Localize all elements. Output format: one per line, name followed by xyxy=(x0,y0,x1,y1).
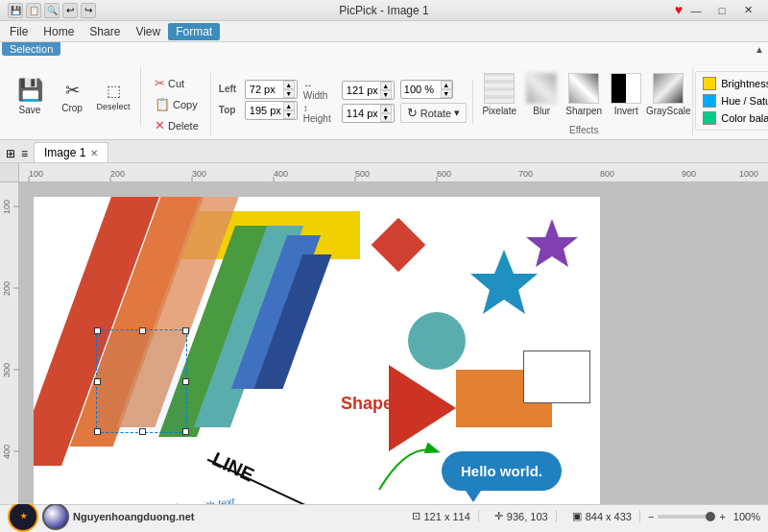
scale-down[interactable]: ▼ xyxy=(441,89,452,98)
save-icon: 💾 xyxy=(17,78,43,103)
save-button[interactable]: 💾 Save xyxy=(8,69,52,125)
copy-icon: 📋 xyxy=(155,97,170,111)
left-down[interactable]: ▼ xyxy=(283,89,295,98)
height-value[interactable] xyxy=(347,108,380,119)
sel-handle-tm[interactable] xyxy=(139,327,146,334)
hue-swatch xyxy=(703,94,716,108)
list-view-icon[interactable]: ≡ xyxy=(19,145,30,162)
close-button[interactable]: ✕ xyxy=(735,2,760,19)
cut-icon: ✂ xyxy=(155,76,165,90)
scale-input[interactable]: ▲ ▼ xyxy=(400,80,453,99)
top-input[interactable]: ▲ ▼ xyxy=(245,101,298,120)
deselect-button[interactable]: ⬚ Deselect xyxy=(92,69,134,125)
brightness-button[interactable]: Brightness / Contrast xyxy=(700,76,768,91)
ruler-row: 100 200 300 400 500 600 700 800 900 1000 xyxy=(0,163,768,182)
maximize-button[interactable]: □ xyxy=(709,2,734,19)
sel-handle-br[interactable] xyxy=(182,428,189,435)
sel-handle-bl[interactable] xyxy=(94,428,101,435)
crop-icon: ✂ xyxy=(65,80,80,101)
rotate-dropdown-icon: ▾ xyxy=(454,107,460,119)
grid-view-icon[interactable]: ⊞ xyxy=(4,145,17,162)
sel-handle-tl[interactable] xyxy=(94,327,101,334)
logo-ball xyxy=(42,503,69,530)
sel-handle-bm[interactable] xyxy=(139,428,146,435)
white-rect-outline xyxy=(523,351,590,403)
left-value[interactable] xyxy=(250,84,283,95)
canvas-wrapper: 100 200 300 400 500 600 700 800 900 1000 xyxy=(0,163,768,504)
menu-home[interactable]: Home xyxy=(36,23,82,40)
width-spinner[interactable]: ▲ ▼ xyxy=(380,82,392,99)
copy-quick-icon[interactable]: 📋 xyxy=(26,3,41,18)
tab-image1[interactable]: Image 1 ✕ xyxy=(34,142,108,162)
ribbon-collapse-button[interactable]: ▲ xyxy=(755,44,764,55)
height-spinner[interactable]: ▲ ▼ xyxy=(380,105,392,122)
left-input[interactable]: ▲ ▼ xyxy=(245,80,298,99)
redo-icon[interactable]: ↪ xyxy=(81,3,96,18)
hue-button[interactable]: Hue / Saturation xyxy=(700,93,768,109)
sel-handle-ml[interactable] xyxy=(94,378,101,385)
width-up[interactable]: ▲ xyxy=(380,82,392,90)
scale-spinner[interactable]: ▲ ▼ xyxy=(441,81,452,98)
blur-button[interactable]: Blur xyxy=(521,68,562,121)
right-effects-panel: Brightness / Contrast Hue / Saturation C… xyxy=(695,71,768,131)
svg-text:300: 300 xyxy=(192,169,206,179)
svg-text:500: 500 xyxy=(355,169,370,179)
zoom-slider: − + 100% xyxy=(648,511,760,522)
top-value[interactable] xyxy=(250,105,283,116)
menu-share[interactable]: Share xyxy=(82,23,128,40)
rotate-button[interactable]: ↻ Rotate ▾ xyxy=(400,103,467,123)
top-up[interactable]: ▲ xyxy=(283,102,295,110)
left-top-inputs: Left ▲ ▼ Top xyxy=(219,80,298,124)
red-diamond xyxy=(372,218,426,273)
delete-button[interactable]: ✕ Delete xyxy=(149,115,204,135)
left-up[interactable]: ▲ xyxy=(283,81,295,89)
top-label: Top xyxy=(219,105,242,115)
sharpen-button[interactable]: Sharpen xyxy=(564,68,604,121)
search-quick-icon[interactable]: 🔍 xyxy=(44,3,60,18)
sel-handle-mr[interactable] xyxy=(182,378,189,385)
cut-button[interactable]: ✂ Cut xyxy=(149,73,190,93)
copy-button[interactable]: 📋 Copy xyxy=(149,94,204,114)
crop-button[interactable]: ✂ Crop xyxy=(54,69,90,125)
height-down[interactable]: ▼ xyxy=(380,113,392,122)
zoom-track[interactable] xyxy=(658,515,715,519)
invert-button[interactable]: Invert xyxy=(606,68,646,121)
height-input[interactable]: ▲ ▼ xyxy=(342,104,395,123)
zoom-thumb[interactable] xyxy=(706,512,715,521)
svg-marker-25 xyxy=(526,219,578,267)
menu-file[interactable]: File xyxy=(2,23,36,40)
top-spinner[interactable]: ▲ ▼ xyxy=(283,102,295,119)
scale-rotate-group: ▲ ▼ ↻ Rotate ▾ xyxy=(400,80,467,124)
canvas-icon: ▣ xyxy=(572,510,582,522)
top-down[interactable]: ▼ xyxy=(283,110,295,119)
save-quick-icon[interactable]: 💾 xyxy=(8,3,23,18)
tab-label: Image 1 xyxy=(44,146,85,159)
width-height-inputs: ↔ Width ▲ ▼ ↕ Height xyxy=(303,80,395,124)
width-value[interactable] xyxy=(347,85,380,96)
title-bar-left: 💾 📋 🔍 ↩ ↪ xyxy=(8,3,96,18)
tab-close-button[interactable]: ✕ xyxy=(90,148,98,158)
color-balance-button[interactable]: Color balance xyxy=(700,110,768,126)
canvas-area: 100 200 300 400 500 600 700 800 900 1000 xyxy=(0,163,768,504)
pixelate-button[interactable]: Pixelate xyxy=(479,68,519,121)
undo-icon[interactable]: ↩ xyxy=(62,3,78,18)
minimize-button[interactable]: — xyxy=(684,2,708,19)
menu-format[interactable]: Format xyxy=(168,23,220,40)
scale-value[interactable] xyxy=(404,84,441,95)
zoom-minus[interactable]: − xyxy=(648,511,654,522)
sel-handle-tr[interactable] xyxy=(182,327,189,334)
height-up[interactable]: ▲ xyxy=(380,105,392,113)
grayscale-button[interactable]: GrayScale xyxy=(648,68,688,121)
width-down[interactable]: ▼ xyxy=(380,90,392,99)
scroll-area[interactable]: Shapes LINE xyxy=(19,182,768,504)
curved-arrow-group: Curved Arrow with text xyxy=(101,485,293,504)
purple-star xyxy=(523,216,581,274)
svg-text:400: 400 xyxy=(2,445,12,459)
scale-up[interactable]: ▲ xyxy=(441,81,452,89)
svg-text:800: 800 xyxy=(600,169,614,179)
deselect-icon: ⬚ xyxy=(107,82,121,100)
width-input[interactable]: ▲ ▼ xyxy=(342,81,395,100)
menu-view[interactable]: View xyxy=(128,23,168,40)
zoom-plus[interactable]: + xyxy=(719,511,725,522)
left-spinner[interactable]: ▲ ▼ xyxy=(283,81,295,98)
